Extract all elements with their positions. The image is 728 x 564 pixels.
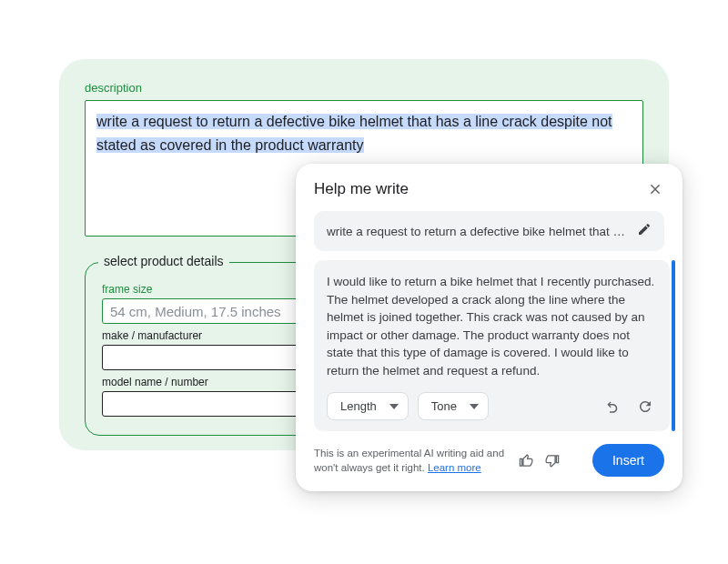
refresh-icon[interactable] [633, 395, 657, 418]
insert-button[interactable]: Insert [592, 444, 664, 477]
make-input[interactable] [102, 345, 322, 370]
result-text: I would like to return a bike helmet tha… [327, 273, 657, 379]
make-label: make / manufacturer [102, 329, 322, 342]
help-me-write-popover: Help me write write a request to return … [296, 164, 682, 491]
length-dropdown-label: Length [340, 399, 377, 413]
caret-down-icon [470, 402, 479, 411]
close-icon[interactable] [646, 180, 664, 198]
learn-more-link[interactable]: Learn more [428, 462, 481, 473]
tone-dropdown[interactable]: Tone [418, 392, 489, 420]
description-label: description [85, 81, 643, 95]
caret-down-icon [389, 402, 399, 411]
description-text: write a request to return a defective bi… [96, 114, 612, 153]
thumbs-down-icon[interactable] [540, 448, 563, 472]
popover-footer: This is an experimental AI writing aid a… [296, 431, 682, 477]
accent-bar [672, 260, 675, 431]
undo-icon[interactable] [601, 395, 624, 418]
frame-size-input[interactable] [102, 298, 322, 324]
model-label: model name / number [102, 376, 322, 388]
tone-dropdown-label: Tone [431, 399, 457, 413]
pencil-icon[interactable] [637, 222, 652, 240]
length-dropdown[interactable]: Length [327, 392, 409, 420]
result-controls: Length Tone [327, 392, 657, 420]
result-block: I would like to return a bike helmet tha… [314, 260, 670, 431]
frame-size-label: frame size [102, 283, 322, 296]
popover-title: Help me write [314, 180, 409, 198]
popover-header: Help me write [296, 180, 682, 211]
model-input[interactable] [102, 391, 322, 417]
prompt-chip-text: write a request to return a defective bi… [327, 225, 628, 238]
thumbs-up-icon[interactable] [514, 448, 538, 472]
disclaimer-text: This is an experimental AI writing aid a… [314, 446, 505, 475]
fieldset-legend: select product details [98, 254, 229, 268]
feedback-icons [514, 448, 563, 472]
prompt-chip[interactable]: write a request to return a defective bi… [314, 211, 664, 251]
